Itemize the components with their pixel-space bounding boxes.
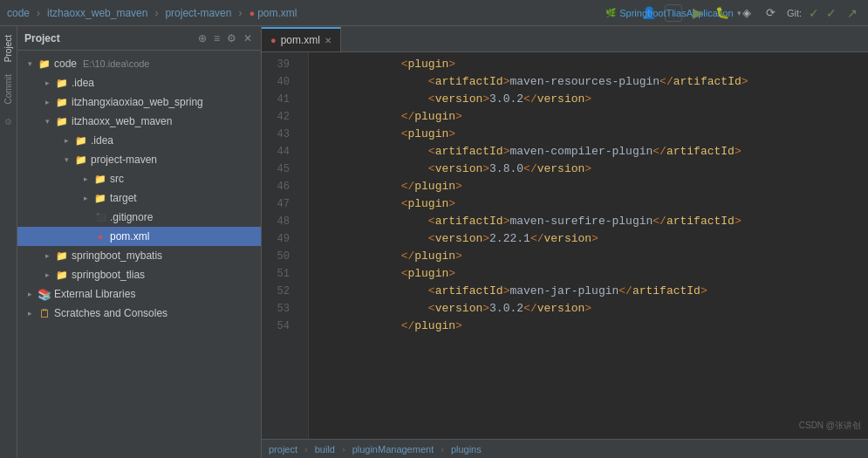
tree-tlias[interactable]: 📁 springboot_tlias [17,265,261,284]
fold-39[interactable] [297,52,308,70]
settings-icon[interactable]: ⚙ [225,31,238,46]
code-line-54: </plugin> [319,318,858,335]
tree-src[interactable]: 📁 src [17,169,261,188]
code-line-51: <plugin> [319,265,858,283]
proj-label: project-maven [91,154,157,166]
git-label: Git: [787,8,802,18]
title-path3[interactable]: pom.xml [257,7,297,19]
run-button[interactable]: ▶ [689,4,707,22]
code-line-52: <artifactId>maven-jar-plugin</artifactId… [319,283,858,300]
tlias-folder-icon: 📁 [55,268,69,282]
fold-53 [297,297,308,314]
ln-44: 44 [262,143,290,161]
debug-button[interactable]: 🐛 [714,4,731,22]
gitignore-label: .gitignore [110,211,153,223]
fold-47[interactable] [297,192,308,209]
pom-icon-title: ● [249,8,255,18]
code-line-41: <version>3.0.2</version> [319,91,858,108]
fold-44 [297,140,308,157]
panel-title: Project [24,32,60,44]
statusbar-pluginmanagement[interactable]: pluginManagement [352,444,434,455]
fold-40 [297,70,308,87]
git-check1[interactable]: ✓ [809,6,819,20]
side-tabs: Project Commit ⚙ [0,26,17,458]
root-label: code [54,58,77,70]
spring-arrow [42,97,52,107]
statusbar-project[interactable]: project [269,444,297,455]
root-arrow [24,58,35,69]
idea1-label: .idea [72,77,94,89]
tab-bar: ● pom.xml ✕ [262,26,868,52]
extra-tab[interactable]: ⚙ [2,112,15,132]
fold-54 [297,314,308,332]
tree-gitignore[interactable]: ⬛ .gitignore [17,208,261,227]
tab-close-btn[interactable]: ✕ [325,36,331,45]
editor-area: ● pom.xml ✕ 39 40 41 42 43 44 45 46 47 4… [262,26,868,458]
src-folder-icon: 📁 [93,172,107,186]
project-panel: Project ⊕ ≡ ⚙ ✕ 📁 code E:\10.idea\code 📁… [17,26,262,458]
scratches-icon: 🗒 [38,306,51,320]
idea2-arrow [61,135,72,146]
mybatis-arrow [42,250,52,261]
ln-42: 42 [262,108,290,126]
title-path1[interactable]: itzhaoxx_web_maven [47,7,147,19]
git-arrow [80,212,91,222]
tree-root[interactable]: 📁 code E:\10.idea\code [17,54,261,73]
coverage-button[interactable]: ◈ [738,4,755,22]
fold-51[interactable] [297,262,308,279]
tree-extlibs[interactable]: 📚 External Libraries [17,284,261,304]
editor-gutter [297,52,309,439]
fold-43[interactable] [297,122,308,140]
project-tab[interactable]: Project [2,30,15,67]
tree-spring[interactable]: 📁 itzhangxiaoxiao_web_spring [17,92,261,112]
collapse-icon[interactable]: ≡ [212,31,222,46]
ext-label: External Libraries [54,288,135,300]
pom-label: pom.xml [110,230,149,243]
file-tree: 📁 code E:\10.idea\code 📁 .idea 📁 itzhang… [17,51,261,458]
ext-icon: 📚 [38,287,51,301]
title-project[interactable]: code [7,7,30,19]
tree-scratches[interactable]: 🗒 Scratches and Consoles [17,304,261,323]
fold-49 [297,227,308,244]
src-label: src [110,173,124,185]
status-bar: project › build › pluginManagement › plu… [262,439,868,458]
run-config-dropdown[interactable]: 🌿 SpringbootTliasApplication ▾ [665,4,682,22]
tree-maven[interactable]: 📁 itzhaoxx_web_maven [17,112,261,131]
git-check2[interactable]: ✓ [826,6,837,20]
code-line-50: </plugin> [319,248,858,265]
ext-arrow [24,289,35,299]
proj-arrow [61,154,72,165]
target-folder-icon: 📁 [93,191,107,205]
maven-arrow [42,116,52,126]
code-line-44: <artifactId>maven-compiler-plugin</artif… [319,143,858,161]
code-editor[interactable]: <plugin> <artifactId>maven-resources-plu… [309,52,868,439]
tree-mybatis[interactable]: 📁 springboot_mybatis [17,246,261,265]
tree-project-maven[interactable]: 📁 project-maven [17,150,261,169]
add-icon[interactable]: ⊕ [196,31,208,46]
maven-folder-icon: 📁 [55,114,69,128]
close-panel-icon[interactable]: ✕ [242,31,254,46]
src-arrow [80,174,91,184]
tab-pom[interactable]: ● pom.xml ✕ [262,27,341,51]
ln-45: 45 [262,161,290,178]
ln-51: 51 [262,265,290,283]
more-run-button[interactable]: ⟳ [762,4,780,22]
title-file: ● pom.xml [249,7,297,19]
fold-42 [297,105,308,122]
ln-39: 39 [262,56,290,73]
fold-46 [297,174,308,192]
panel-header: Project ⊕ ≡ ⚙ ✕ [17,26,261,51]
tree-idea1[interactable]: 📁 .idea [17,73,261,92]
git-push[interactable]: ↗ [844,4,861,22]
statusbar-plugins[interactable]: plugins [451,444,482,455]
title-path2[interactable]: project-maven [165,7,231,19]
ln-53: 53 [262,300,290,318]
fold-50 [297,244,308,262]
tree-idea2[interactable]: 📁 .idea [17,131,261,150]
fold-52 [297,279,308,297]
statusbar-build[interactable]: build [315,444,335,455]
commit-tab[interactable]: Commit [2,69,15,109]
root-path: E:\10.idea\code [83,58,149,69]
tree-pom[interactable]: ● pom.xml [17,227,261,246]
tree-target[interactable]: 📁 target [17,188,261,208]
